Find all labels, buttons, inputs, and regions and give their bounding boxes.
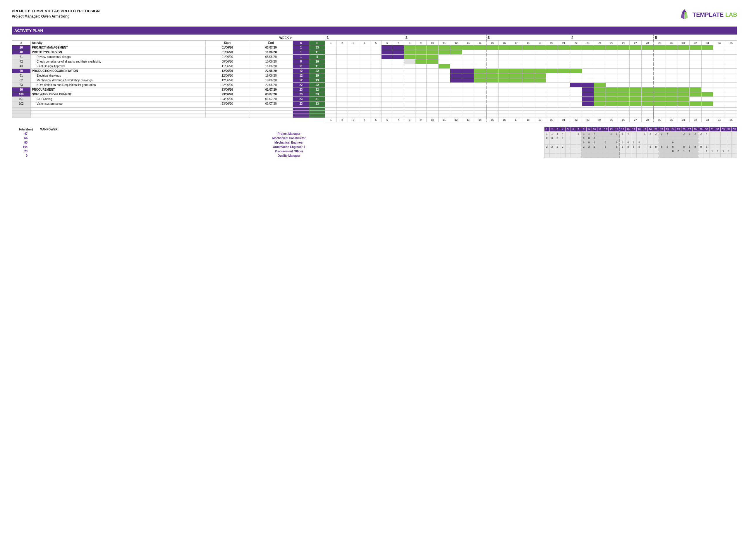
mp-cell [631,132,636,136]
row-start-date: 01/06/20 [206,50,249,55]
mp-cell [581,154,586,158]
row-end-date: 01/07/20 [249,97,293,102]
gantt-cell [570,97,582,102]
gantt-cell [534,73,546,78]
day-header-27: 27 [629,41,642,45]
gantt-cell [582,69,594,73]
mp-cell [608,154,614,158]
gantt-cell [462,50,474,55]
gantt-cell [438,73,450,78]
mp-day-header-24: 24 [670,127,676,132]
row-start-date: 12/06/20 [206,73,249,78]
day-header-25: 25 [606,41,618,45]
gantt-cell [534,102,546,106]
mp-cell: 2 [692,132,698,136]
row-start-week: 23 [293,97,309,102]
manpower-row: 47Project Manager1114111411141222422224 [12,132,737,136]
gantt-cell [701,69,713,73]
bottom-day-13: 13 [462,118,474,122]
mp-cell: 8 [664,145,670,149]
gantt-cell [382,59,393,64]
gantt-cell [348,64,359,69]
gantt-cell [618,59,629,64]
mp-cell [676,145,681,149]
day-header-3: 3 [348,41,359,45]
mp-day-header-5: 5 [565,127,571,132]
col-header-ew: E [309,41,325,45]
row-start-week: 8 [293,59,309,64]
gantt-cell [666,55,678,59]
row-end-date: 19/06/20 [249,78,293,83]
mp-cell [653,154,659,158]
mp-day-header-28: 28 [692,127,698,132]
gantt-cell [629,92,642,97]
gantt-cell [427,59,438,64]
gantt-cell [534,50,546,55]
gantt-cell [415,92,426,97]
mp-day-header-26: 26 [681,127,687,132]
manpower-container: Total (hrs)MANPOWER123456789101112131415… [12,127,737,158]
row-start-date: 11/06/20 [206,64,249,69]
gantt-cell [654,50,666,55]
mp-day-header-14: 14 [614,127,620,132]
row-end-week: 19 [309,73,325,78]
project-label: PROJECT: [12,9,30,13]
gantt-cell [678,87,690,92]
gantt-cell [450,92,462,97]
gantt-cell [337,102,348,106]
gantt-cell [558,45,570,50]
row-start-week: 23 [293,87,309,92]
table-row: 60PRODUCTION DOCUMENTATION12/06/2022/06/… [12,69,737,73]
gantt-cell [678,92,690,97]
gantt-cell [594,50,606,55]
gantt-cell [438,69,450,73]
row-end-week: 33 [309,92,325,97]
mp-cell [565,140,571,145]
gantt-cell [337,50,348,55]
mp-cell [565,154,571,158]
gantt-cell [382,92,393,97]
row-start-week: 12 [293,69,309,73]
day-header-24: 24 [594,41,606,45]
mp-cell: 1 [581,132,586,136]
gantt-cell [427,83,438,87]
gantt-cell [415,78,426,83]
gantt-cell [641,83,654,87]
row-end-week: 33 [309,102,325,106]
bottom-day-4: 4 [359,118,370,122]
table-row: 42Check compliance of all parts and thei… [12,59,737,64]
row-start-date: 23/06/20 [206,92,249,97]
gantt-cell [370,64,382,69]
bottom-day-27: 27 [629,118,642,122]
gantt-cell [348,87,359,92]
gantt-cell [393,92,404,97]
gantt-cell [546,87,558,92]
mp-cell [544,154,550,158]
gantt-cell [498,64,510,69]
gantt-cell [337,92,348,97]
gantt-cell [438,92,450,97]
gantt-cell [415,64,426,69]
gantt-cell [522,59,534,64]
col-header-activity: Activity [31,41,206,45]
row-end-date: 02/07/20 [249,87,293,92]
gantt-cell [725,97,737,102]
gantt-cell [606,73,618,78]
row-start-date: 23/06/20 [206,87,249,92]
mp-cell [698,154,704,158]
mp-cell [698,149,704,154]
mp-cell [544,149,550,154]
gantt-cell [654,83,666,87]
row-num: 101 [12,97,31,102]
gantt-cell [498,92,510,97]
gantt-cell [337,97,348,102]
gantt-cell [486,97,498,102]
gantt-cell [666,78,678,83]
mp-cell [550,154,555,158]
gantt-cell [666,87,678,92]
mp-cell: 1 [555,132,560,136]
mp-cell [586,149,592,154]
mp-day-header-6: 6 [571,127,576,132]
mp-day-header-27: 27 [687,127,692,132]
mp-cell [571,136,576,140]
